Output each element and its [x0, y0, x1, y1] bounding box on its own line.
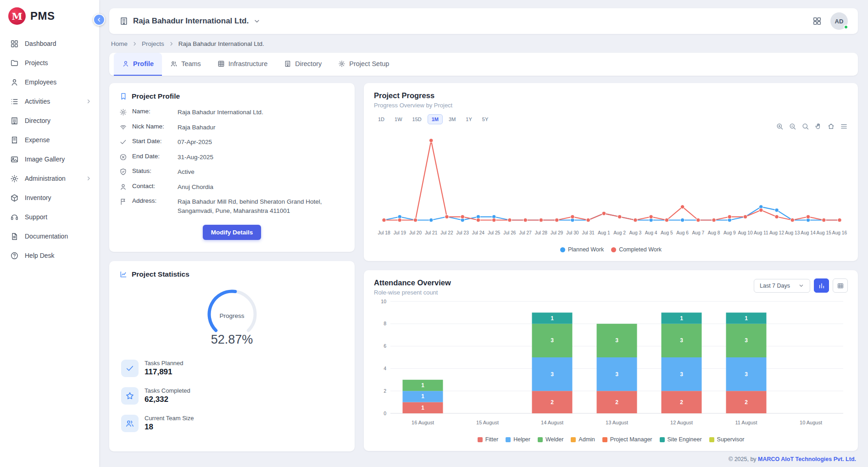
sidebar-item-administration[interactable]: Administration	[0, 169, 99, 188]
sidebar-item-expense[interactable]: Expense	[0, 130, 99, 150]
range-button-1w[interactable]: 1W	[390, 114, 406, 124]
breadcrumb-item-projects[interactable]: Projects	[142, 40, 164, 47]
range-button-1y[interactable]: 1Y	[462, 114, 476, 124]
stat-value: 18	[145, 423, 194, 432]
legend-item-helper[interactable]: Helper	[506, 436, 530, 443]
svg-text:1: 1	[421, 405, 424, 411]
project-statistics-card: Project Statistics Progress 52.87% Tasks…	[109, 261, 355, 451]
tab-infrastructure[interactable]: Infrastructure	[209, 53, 276, 76]
zoom-in-icon[interactable]	[776, 122, 784, 130]
legend-item-welder[interactable]: Welder	[538, 436, 563, 443]
tab-teams[interactable]: Teams	[162, 53, 209, 76]
table-view-toggle[interactable]	[833, 278, 848, 293]
sidebar: M PMS Dashboard Projects Employees Activ…	[0, 0, 99, 467]
legend-item-site-engineer[interactable]: Site Engineer	[660, 436, 702, 443]
footer-company-link[interactable]: MARCO AIoT Technologies Pvt. Ltd.	[758, 456, 856, 462]
sidebar-item-image-gallery[interactable]: Image Gallery	[0, 150, 99, 169]
stat-value: 62,332	[145, 395, 190, 404]
documentation-icon	[10, 232, 19, 241]
sidebar-item-employees[interactable]: Employees	[0, 72, 99, 92]
legend-item-project-manager[interactable]: Project Manager	[602, 436, 652, 443]
tab-label: Teams	[181, 60, 201, 67]
field-value: Anuj Chordia	[178, 183, 345, 192]
pan-icon[interactable]	[814, 122, 822, 130]
sidebar-item-label: Activities	[25, 98, 79, 105]
image-gallery-icon	[10, 155, 19, 164]
selection-zoom-icon[interactable]	[801, 122, 809, 130]
menu-icon[interactable]	[840, 122, 848, 130]
employees-icon	[10, 78, 19, 87]
stat-list: Tasks Planned 117,891 Tasks Completed 62…	[119, 360, 345, 432]
field-address: Address: Raja Bahadur Mill Rd, behind Sh…	[119, 197, 345, 215]
stat-icon	[121, 415, 139, 432]
legend-item-admin[interactable]: Admin	[571, 436, 595, 443]
attendance-bar-chart: 024681016 August15 August14 August13 Aug…	[374, 296, 848, 432]
gauge-label: Progress	[191, 312, 273, 319]
sidebar-item-label: Administration	[25, 175, 79, 182]
apps-grid-icon[interactable]	[812, 16, 822, 26]
svg-text:3: 3	[551, 337, 554, 344]
svg-text:3: 3	[615, 371, 618, 378]
tab-directory[interactable]: Directory	[276, 53, 330, 76]
sidebar-item-inventory[interactable]: Inventory	[0, 188, 99, 207]
tab-profile[interactable]: Profile	[114, 53, 162, 76]
sidebar-item-documentation[interactable]: Documentation	[0, 227, 99, 246]
svg-text:Jul 31: Jul 31	[582, 230, 595, 235]
range-button-15d[interactable]: 15D	[408, 114, 426, 124]
sidebar-item-activities[interactable]: Activities	[0, 92, 99, 111]
sidebar-item-support[interactable]: Support	[0, 207, 99, 227]
range-button-3m[interactable]: 3M	[445, 114, 460, 124]
user-avatar[interactable]: AD	[830, 12, 848, 30]
sidebar-item-label: Documentation	[25, 233, 92, 240]
range-button-1m[interactable]: 1M	[428, 114, 443, 124]
header-actions: AD	[812, 12, 848, 30]
date-range-select[interactable]: Last 7 Days	[754, 279, 810, 293]
attendance-title: Attendance Overview	[374, 278, 451, 287]
zoom-out-icon[interactable]	[789, 122, 796, 130]
legend-item-planned-work[interactable]: Planned Work	[560, 246, 604, 253]
sidebar-item-help-desk[interactable]: Help Desk	[0, 246, 99, 265]
svg-text:8: 8	[384, 321, 386, 326]
svg-text:Aug 3: Aug 3	[629, 230, 642, 235]
breadcrumb-separator-icon	[132, 41, 138, 47]
svg-text:Jul 19: Jul 19	[394, 230, 406, 235]
sidebar-item-projects[interactable]: Projects	[0, 53, 99, 72]
range-button-5y[interactable]: 5Y	[478, 114, 492, 124]
sidebar-item-dashboard[interactable]: Dashboard	[0, 34, 99, 53]
support-icon	[10, 213, 19, 222]
range-button-1d[interactable]: 1D	[374, 114, 389, 124]
project-progress-title: Project Progress	[374, 91, 848, 100]
breadcrumb-item-home[interactable]: Home	[111, 40, 128, 47]
chevron-down-icon	[798, 283, 804, 289]
app-name: PMS	[30, 10, 55, 22]
legend-marker	[660, 437, 665, 442]
reset-home-icon[interactable]	[827, 122, 835, 130]
legend-item-fitter[interactable]: Fitter	[478, 436, 498, 443]
legend-item-completed-work[interactable]: Completed Work	[611, 246, 662, 253]
svg-text:Jul 26: Jul 26	[503, 230, 516, 235]
company-selector[interactable]: Raja Bahadur International Ltd.	[119, 17, 261, 26]
dashboard-icon	[10, 39, 19, 48]
field-label: Start Date:	[132, 138, 172, 145]
modify-details-button[interactable]: Modify Details	[203, 225, 262, 240]
svg-text:Jul 18: Jul 18	[378, 230, 390, 235]
sidebar-item-directory[interactable]: Directory	[0, 111, 99, 130]
avatar-initials: AD	[835, 18, 844, 25]
tab-label: Infrastructure	[228, 60, 267, 67]
svg-text:Aug 7: Aug 7	[692, 230, 705, 235]
svg-text:Aug 11: Aug 11	[754, 230, 768, 235]
svg-text:Aug 15: Aug 15	[817, 230, 832, 235]
sidebar-item-label: Employees	[25, 78, 92, 86]
svg-text:11 August: 11 August	[735, 420, 757, 425]
project-statistics-title: Project Statistics	[119, 270, 345, 278]
svg-text:Aug 9: Aug 9	[723, 230, 736, 235]
legend-marker	[571, 437, 576, 442]
tab-project-setup[interactable]: Project Setup	[330, 53, 397, 76]
sidebar-collapse-button[interactable]	[93, 14, 105, 26]
svg-text:Jul 25: Jul 25	[488, 230, 501, 235]
legend-item-supervisor[interactable]: Supervisor	[709, 436, 745, 443]
svg-text:3: 3	[551, 371, 554, 378]
bookmark-icon	[119, 92, 128, 100]
progress-gauge: Progress 52.87%	[191, 286, 273, 347]
chart-view-toggle[interactable]	[814, 278, 829, 293]
